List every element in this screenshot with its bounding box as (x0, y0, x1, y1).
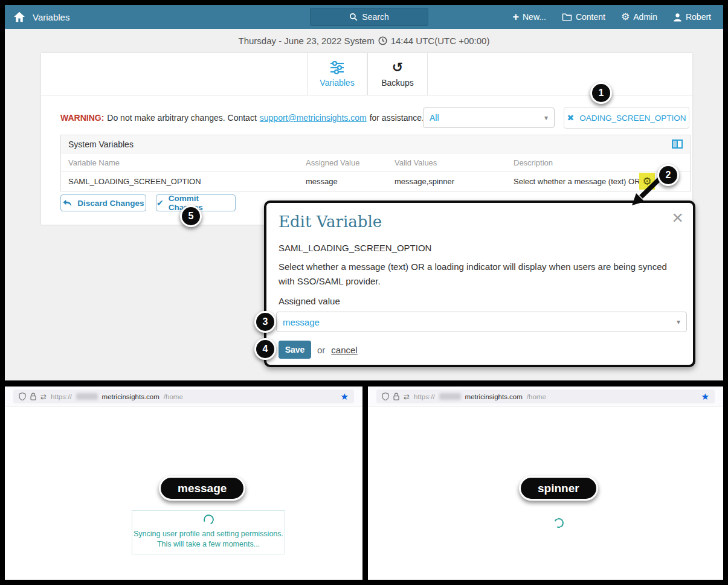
nav-content-label: Content (576, 12, 605, 22)
url-domain: metricinsights.com (102, 393, 159, 400)
chevron-down-icon: ▾ (677, 318, 680, 326)
folder-icon (562, 13, 572, 21)
chevron-down-icon: ▾ (544, 114, 548, 122)
vertical-divider (362, 387, 368, 580)
nav-admin[interactable]: ⚙ Admin (621, 12, 657, 22)
search-button-label: Search (362, 12, 388, 22)
assigned-value-current: message (283, 317, 320, 327)
shield-icon (382, 393, 389, 400)
close-icon[interactable]: × (672, 208, 683, 227)
col-valid-values: Valid Values (395, 158, 437, 167)
redacted-url-segment (76, 393, 98, 400)
frame-border (0, 0, 5, 585)
loading-message-box: Syncing user profile and setting permiss… (132, 510, 285, 554)
system-variables-table: System Variables Variable Name Assigned … (60, 135, 691, 191)
table-title: System Variables (68, 140, 134, 149)
message-callout-pill: message (159, 476, 245, 501)
spinner-callout-pill: spinner (519, 476, 598, 501)
filter-dropdown-value: All (430, 113, 439, 123)
support-email-link[interactable]: support@metricinsights.com (260, 113, 367, 123)
top-navbar: Variables Search + New... Content ⚙ Admi… (5, 5, 723, 29)
nav-user[interactable]: Robert (673, 12, 711, 22)
lock-icon (393, 393, 399, 400)
swap-arrows-icon: ⇄ (40, 393, 47, 401)
cell-assigned-value: message (306, 177, 338, 186)
frame-border (723, 0, 728, 585)
loading-text-line1: Syncing user profile and setting permiss… (132, 529, 285, 539)
cell-valid-values: message,spinner (395, 177, 454, 186)
save-button[interactable]: Save (279, 341, 311, 359)
annotation-badge-3: 3 (254, 311, 276, 333)
gear-icon: ⚙ (621, 12, 630, 22)
nav-new-label: New... (523, 12, 546, 22)
cell-variable-name: SAML_LOADING_SCREEN_OPTION (68, 177, 201, 186)
annotation-badge-5: 5 (180, 205, 202, 227)
warning-text: Do not make arbitrary changes. Contact (107, 113, 256, 123)
assigned-value-dropdown[interactable]: message ▾ (276, 312, 687, 332)
frame-border (0, 0, 728, 5)
swap-arrows-icon: ⇄ (404, 393, 410, 401)
filter-dropdown[interactable]: All ▾ (423, 107, 555, 128)
plus-icon: + (512, 11, 519, 22)
horizontal-divider (0, 380, 728, 387)
page-title: Variables (33, 12, 69, 22)
search-button[interactable]: Search (310, 8, 428, 26)
screenshot-frame: Variables Search + New... Content ⚙ Admi… (0, 0, 728, 587)
url-scheme: https:// (414, 393, 435, 400)
tab-variables[interactable]: Variables (307, 53, 367, 95)
table-row: SAML_LOADING_SCREEN_OPTION message messa… (61, 172, 690, 191)
undo-icon (62, 199, 72, 207)
nav-content[interactable]: Content (562, 12, 605, 22)
or-text: or (317, 345, 325, 355)
warning-label: WARNING: (60, 113, 104, 123)
url-bar[interactable]: ⇄ https:// metricinsights.com /home ★ (13, 390, 354, 403)
browser-toolbar: ⇄ https:// metricinsights.com /home ★ (5, 387, 362, 406)
clock-icon (378, 36, 387, 45)
tab-backups-label: Backups (381, 78, 414, 88)
modal-variable-name: SAML_LOADING_SCREEN_OPTION (279, 243, 431, 253)
col-description: Description (514, 158, 553, 167)
edit-variable-modal: Edit Variable × SAML_LOADING_SCREEN_OPTI… (264, 200, 695, 367)
modal-title: Edit Variable (279, 213, 382, 231)
modal-description: Select whether a message (text) OR a loa… (279, 260, 685, 289)
home-icon[interactable] (13, 11, 25, 22)
nav-admin-label: Admin (633, 12, 657, 22)
warning-message: WARNING: Do not make arbitrary changes. … (60, 106, 424, 129)
tab-backups[interactable]: ↺ Backups (367, 53, 428, 95)
url-bar[interactable]: ⇄ https:// metricinsights.com /home ★ (376, 390, 715, 403)
browser-pane-spinner: ⇄ https:// metricinsights.com /home ★ sp… (368, 387, 723, 580)
table-header-row: Variable Name Assigned Value Valid Value… (61, 153, 690, 172)
redacted-url-segment (439, 393, 461, 400)
discard-changes-button[interactable]: Discard Changes (60, 194, 146, 211)
user-icon (673, 13, 682, 22)
annotation-badge-2: 2 (657, 164, 679, 186)
nav-new[interactable]: + New... (512, 11, 546, 22)
date-text: Thursday - June 23, 2022 System (239, 36, 375, 46)
assigned-value-label: Assigned value (279, 296, 340, 306)
clear-filter-button[interactable]: ✖ OADING_SCREEN_OPTION (564, 107, 689, 129)
annotation-badge-4: 4 (254, 338, 276, 360)
bookmark-star-icon[interactable]: ★ (701, 391, 709, 402)
date-line: Thursday - June 23, 2022 System 14:44 UT… (5, 33, 723, 48)
annotation-badge-1: 1 (590, 82, 612, 104)
check-icon: ✔ (156, 198, 164, 208)
nav-user-label: Robert (686, 12, 711, 22)
browser-pane-message: ⇄ https:// metricinsights.com /home ★ me… (5, 387, 362, 580)
columns-icon[interactable] (672, 140, 683, 149)
table-title-bar: System Variables (61, 135, 690, 153)
shield-icon (19, 393, 26, 400)
url-scheme: https:// (51, 393, 72, 400)
discard-changes-label: Discard Changes (77, 199, 144, 208)
commit-changes-label: Commit Changes (169, 194, 235, 212)
sliders-icon (329, 61, 345, 74)
cancel-link[interactable]: cancel (331, 345, 357, 355)
lock-icon (30, 393, 36, 400)
loading-text-line2: This will take a few moments... (132, 539, 285, 550)
spinner-icon (553, 517, 565, 530)
warning-suffix: for assistance. (370, 113, 424, 123)
spinner-icon (202, 513, 215, 527)
bookmark-star-icon[interactable]: ★ (341, 391, 349, 402)
browser-toolbar: ⇄ https:// metricinsights.com /home ★ (368, 387, 723, 406)
col-assigned-value: Assigned Value (306, 158, 359, 167)
time-text: 14:44 UTC(UTC +00:00) (391, 36, 490, 46)
